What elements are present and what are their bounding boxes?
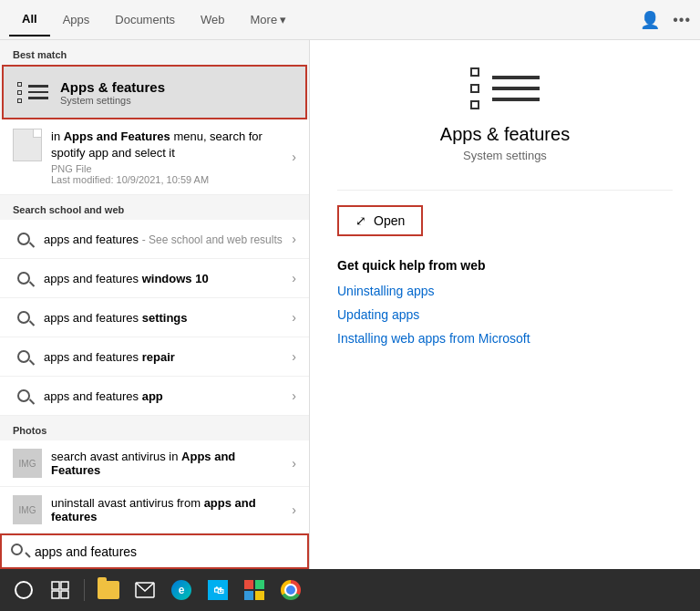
photo-item-text-0: search avast antivirus in Apps and Featu… xyxy=(51,450,286,477)
big-icon-wrap xyxy=(337,67,673,109)
svg-rect-0 xyxy=(52,582,59,589)
search-item-2[interactable]: apps and features settings › xyxy=(0,298,309,337)
search-item-3[interactable]: apps and features repair › xyxy=(0,337,309,377)
app-title: Apps & features xyxy=(337,124,673,145)
taskbar-mail[interactable] xyxy=(129,574,161,606)
folder-icon xyxy=(98,581,119,599)
tab-all[interactable]: All xyxy=(9,3,50,36)
best-match-label: Best match xyxy=(0,40,309,65)
best-match-item[interactable]: Apps & features System settings xyxy=(2,65,307,119)
search-bold-4: app xyxy=(142,389,163,403)
search-school-label: Search school and web xyxy=(0,195,309,220)
search-bold-1: windows 10 xyxy=(142,272,209,285)
search-bar-icon xyxy=(11,544,27,560)
top-nav: All Apps Documents Web More ▾ 👤 ••• xyxy=(0,0,700,40)
chevron-right-icon: › xyxy=(292,349,296,364)
search-icon-0 xyxy=(13,228,35,250)
svg-rect-3 xyxy=(61,591,68,598)
user-icon[interactable]: 👤 xyxy=(640,10,660,30)
icon-line-3 xyxy=(28,97,48,99)
search-item-text-0: apps and features - See school and web r… xyxy=(44,233,286,246)
doc-title: in Apps and Features menu, search for sp… xyxy=(51,129,286,161)
left-panel: Best match Apps & features xyxy=(0,40,310,569)
big-line-2 xyxy=(492,87,540,90)
open-button[interactable]: ⤢ Open xyxy=(337,205,423,236)
taskbar-tiles[interactable] xyxy=(238,574,271,606)
taskbar: e 🛍 xyxy=(0,569,700,611)
ellipsis-icon[interactable]: ••• xyxy=(673,12,691,28)
app-subtitle: System settings xyxy=(337,149,673,162)
photo-bold-1: apps and features xyxy=(51,496,256,523)
search-loupe xyxy=(17,233,30,245)
search-input[interactable] xyxy=(35,544,298,559)
task-view-button[interactable] xyxy=(44,574,77,606)
photo-item-1[interactable]: IMG uninstall avast antivirus from apps … xyxy=(0,487,309,533)
search-loupe xyxy=(17,311,30,324)
search-bold-3: repair xyxy=(142,350,175,364)
chevron-down-icon: ▾ xyxy=(280,13,286,26)
search-item-text-4: apps and features app xyxy=(44,389,286,403)
chevron-right-icon: › xyxy=(292,502,296,517)
search-suffix-0: - See school and web results xyxy=(142,233,283,246)
big-dot-1 xyxy=(470,67,479,77)
search-item-text-3: apps and features repair xyxy=(44,350,286,364)
search-loupe xyxy=(17,272,30,285)
photo-item-0[interactable]: IMG search avast antivirus in Apps and F… xyxy=(0,440,309,487)
taskbar-edge[interactable]: e xyxy=(165,574,198,606)
photo-img-0: IMG xyxy=(19,459,36,469)
photo-thumb-0: IMG xyxy=(13,449,42,478)
search-items-list: apps and features - See school and web r… xyxy=(0,220,309,416)
apps-features-big-icon xyxy=(470,67,540,109)
main-content: Best match Apps & features xyxy=(0,40,700,569)
best-match-title: Apps & features xyxy=(60,79,165,95)
chevron-right-icon: › xyxy=(292,232,296,246)
search-icon-2 xyxy=(13,306,35,328)
taskbar-store[interactable]: 🛍 xyxy=(201,574,234,606)
photo-thumb-1: IMG xyxy=(13,495,42,524)
chevron-right-icon: › xyxy=(292,310,296,325)
search-circle xyxy=(11,544,23,555)
document-icon xyxy=(13,129,42,161)
start-button[interactable] xyxy=(7,574,40,606)
search-item-0[interactable]: apps and features - See school and web r… xyxy=(0,220,309,259)
quick-help-title: Get quick help from web xyxy=(337,258,673,273)
open-button-wrap: ⤢ Open xyxy=(337,205,673,236)
doc-bold: Apps and Features xyxy=(64,129,170,143)
big-icon-lines xyxy=(492,76,540,101)
edge-icon: e xyxy=(171,580,191,600)
search-item-4[interactable]: apps and features app › xyxy=(0,377,309,416)
tab-web[interactable]: Web xyxy=(188,4,238,36)
search-item-text-1: apps and features windows 10 xyxy=(44,272,286,285)
search-bar xyxy=(0,533,309,569)
icon-line-1 xyxy=(28,85,48,88)
help-link-0[interactable]: Uninstalling apps xyxy=(337,284,673,298)
help-link-1[interactable]: Updating apps xyxy=(337,307,673,322)
photos-label: Photos xyxy=(0,416,309,440)
doc-result-item[interactable]: in Apps and Features menu, search for sp… xyxy=(0,119,309,195)
icon-dot-1 xyxy=(17,82,22,87)
search-icon-3 xyxy=(13,346,35,368)
tile-blue xyxy=(244,591,253,600)
tab-documents[interactable]: Documents xyxy=(102,4,188,36)
doc-type: PNG File xyxy=(51,163,286,174)
tab-more[interactable]: More ▾ xyxy=(238,4,300,36)
search-handle xyxy=(25,552,30,557)
nav-right-icons: 👤 ••• xyxy=(640,10,691,30)
search-icon-1 xyxy=(13,267,35,289)
mail-icon xyxy=(135,582,155,598)
taskbar-chrome[interactable] xyxy=(274,574,307,606)
big-line-1 xyxy=(492,76,540,79)
taskbar-file-explorer[interactable] xyxy=(92,574,125,606)
task-view-icon xyxy=(51,581,69,599)
search-loupe xyxy=(17,350,30,363)
icon-dot-2 xyxy=(17,90,22,95)
tile-green xyxy=(255,580,264,589)
big-dot-2 xyxy=(470,84,479,93)
tab-apps[interactable]: Apps xyxy=(50,4,103,36)
big-line-3 xyxy=(492,98,540,101)
big-icon-dots xyxy=(470,67,487,109)
tile-yellow xyxy=(255,591,264,600)
nav-tabs: All Apps Documents Web More ▾ xyxy=(9,3,640,36)
help-link-2[interactable]: Installing web apps from Microsoft xyxy=(337,331,673,346)
search-item-1[interactable]: apps and features windows 10 › xyxy=(0,259,309,298)
